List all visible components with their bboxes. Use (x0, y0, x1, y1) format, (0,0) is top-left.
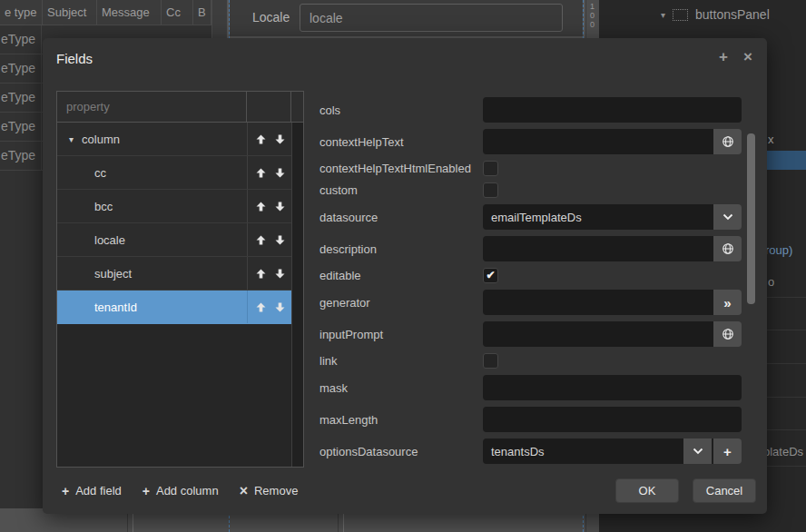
add-datasource-button[interactable]: + (713, 438, 742, 464)
ruler-digits: 100 (586, 2, 598, 29)
row-separator (765, 363, 806, 364)
tree-row-label-cell: ▾column (57, 123, 248, 155)
tree-row-label-cell: cc (57, 156, 248, 189)
tree-row-label-cell: subject (57, 257, 248, 290)
move-down-icon[interactable] (273, 166, 287, 180)
tree-row-label: column (82, 133, 120, 146)
contextHelpText-input[interactable] (483, 129, 713, 154)
column-header[interactable]: B (193, 0, 211, 25)
globe-icon[interactable] (713, 321, 742, 347)
fields-tree: ▾columnccbcclocalesubjecttenantId (57, 123, 292, 324)
locale-field-row: Locale (230, 0, 583, 36)
remove-label: Remove (254, 484, 298, 498)
globe-icon[interactable] (713, 129, 742, 154)
field-control (483, 353, 742, 369)
tree-row-locale[interactable]: locale (57, 223, 292, 257)
field-control (483, 407, 742, 432)
field-control (483, 182, 742, 198)
maxLength-input[interactable] (483, 407, 742, 432)
ruler-digit: 0 (586, 11, 598, 20)
row-separator (765, 397, 806, 398)
add-column-label: Add column (156, 484, 219, 498)
link-checkbox[interactable] (483, 353, 498, 369)
column-header[interactable]: Subject (43, 0, 97, 25)
tree-row-arrows (248, 156, 292, 189)
move-down-icon[interactable] (273, 300, 287, 314)
cancel-button[interactable]: Cancel (693, 478, 756, 503)
contextHelpTextHtmlEnabled-checkbox[interactable] (483, 161, 498, 176)
row-separator (765, 466, 806, 467)
move-down-icon[interactable] (273, 133, 287, 146)
table-cell: eType (0, 113, 42, 141)
maximize-icon[interactable]: + (714, 48, 732, 66)
field-label: optionsDatasource (319, 445, 483, 458)
email-table-header: e typeSubjectMessageCcB (0, 0, 227, 25)
move-up-icon[interactable] (254, 166, 268, 180)
move-up-icon[interactable] (254, 200, 268, 213)
table-cell: eType (0, 142, 42, 170)
move-down-icon[interactable] (273, 200, 287, 213)
field-label: custom (319, 183, 483, 197)
custom-checkbox[interactable] (483, 182, 498, 198)
field-label: description (319, 242, 483, 256)
tree-row-label: cc (94, 166, 106, 180)
move-up-icon[interactable] (254, 300, 268, 314)
property-filter-input[interactable] (57, 92, 246, 122)
editable-checkbox[interactable]: ✔ (483, 268, 498, 283)
move-up-icon[interactable] (254, 267, 268, 281)
form-row-generator: generator» (319, 290, 746, 315)
arrows-header-cell (247, 92, 291, 122)
field-label: contextHelpTextHtmlEnabled (319, 162, 483, 175)
remove-button[interactable]: × Remove (240, 484, 299, 498)
move-down-icon[interactable] (273, 267, 287, 281)
field-label: datasource (319, 211, 483, 224)
inputPrompt-input[interactable] (483, 321, 713, 347)
column-header[interactable]: Cc (162, 0, 193, 25)
tree-row-cc[interactable]: cc (57, 156, 292, 190)
form-scrollbar-thumb[interactable] (747, 133, 755, 304)
close-icon[interactable]: × (739, 48, 757, 66)
column-header[interactable]: Message (97, 0, 162, 25)
mask-input[interactable] (483, 375, 742, 400)
ok-button[interactable]: OK (615, 478, 679, 503)
tree-row-arrows (248, 190, 292, 222)
tree-row-column[interactable]: ▾column (57, 123, 292, 156)
form-row-inputPrompt: inputPrompt (319, 321, 746, 347)
plus-icon: + (143, 485, 150, 498)
generator-action-button[interactable]: » (713, 290, 742, 315)
locale-input[interactable] (300, 4, 563, 32)
optionsDatasource-select[interactable]: tenantsDs (483, 438, 683, 464)
tree-row-tenantId[interactable]: tenantId (57, 291, 292, 324)
fields-dialog: Fields + × ▾columnccbcclocalesubjecttena… (43, 38, 767, 514)
add-column-button[interactable]: + Add column (143, 484, 219, 498)
plus-icon: + (723, 445, 732, 458)
table-cell: eType (0, 84, 42, 112)
expander-icon[interactable]: ▾ (661, 10, 665, 20)
move-down-icon[interactable] (273, 233, 287, 247)
table-cell: eType (0, 54, 42, 83)
field-control: emailTemplateDs (483, 204, 742, 230)
expander-icon[interactable]: ▾ (69, 134, 74, 144)
tree-row-arrows (248, 123, 292, 155)
add-field-label: Add field (75, 484, 122, 498)
tree-item-buttonspanel[interactable]: ▾ buttonsPanel (661, 7, 770, 22)
tree-row-subject[interactable]: subject (57, 257, 292, 291)
tree-scrollbar-track[interactable] (291, 123, 303, 467)
field-control: » (483, 290, 742, 315)
generator-input[interactable] (483, 290, 713, 315)
form-row-custom: custom (319, 182, 746, 198)
dialog-title: Fields (56, 51, 93, 66)
column-header[interactable]: e type (0, 0, 43, 25)
cols-input[interactable] (483, 97, 742, 123)
chevron-down-icon[interactable] (683, 438, 712, 464)
add-field-button[interactable]: + Add field (62, 484, 122, 498)
move-up-icon[interactable] (254, 233, 268, 247)
field-control (483, 129, 742, 154)
description-input[interactable] (483, 236, 713, 261)
datasource-select[interactable]: emailTemplateDs (483, 204, 713, 230)
move-up-icon[interactable] (254, 133, 268, 146)
double-chevron-icon: » (723, 296, 731, 310)
chevron-down-icon[interactable] (713, 204, 742, 230)
tree-row-bcc[interactable]: bcc (57, 190, 292, 223)
globe-icon[interactable] (713, 236, 742, 261)
